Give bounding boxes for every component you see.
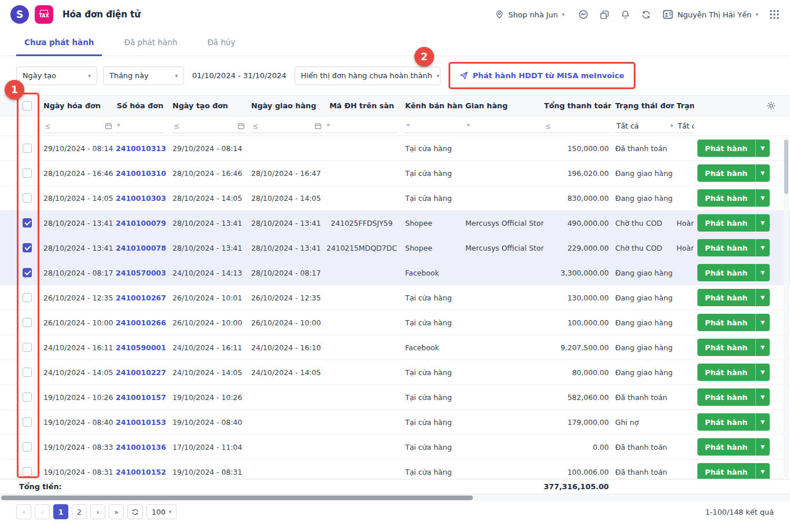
publish-button[interactable]: Phát hành▼: [697, 289, 770, 306]
column-header-total-payment[interactable]: Tổng thanh toán: [544, 101, 611, 110]
column-header-marketplace-code[interactable]: Mã ĐH trên sàn: [323, 101, 400, 110]
publish-button[interactable]: Phát hành▼: [697, 463, 770, 479]
row-checkbox[interactable]: [16, 293, 38, 302]
publish-dropdown-toggle[interactable]: ▼: [755, 364, 770, 381]
gear-icon[interactable]: [766, 101, 776, 111]
publish-button[interactable]: Phát hành▼: [697, 413, 770, 431]
publish-button[interactable]: Phát hành▼: [697, 164, 770, 182]
publish-dropdown-toggle[interactable]: ▼: [755, 463, 770, 479]
publish-dropdown-toggle[interactable]: ▼: [755, 214, 770, 232]
column-header-sales-channel[interactable]: Kênh bán hàng: [400, 101, 463, 110]
calendar-icon[interactable]: [314, 122, 322, 130]
page-last-button[interactable]: »: [109, 504, 124, 519]
invoice-number-link[interactable]: 2410010267: [113, 293, 167, 302]
column-header-invoice-date[interactable]: Ngày hóa đơn: [38, 101, 113, 110]
publish-dropdown-toggle[interactable]: ▼: [755, 438, 770, 456]
invoice-number-link[interactable]: 2410010266: [113, 318, 167, 327]
row-checkbox[interactable]: [16, 343, 38, 352]
page-button-2[interactable]: 2: [72, 504, 87, 519]
filter-input-sales-channel[interactable]: *: [405, 119, 463, 133]
publish-button[interactable]: Phát hành▼: [697, 214, 770, 232]
messenger-icon[interactable]: [578, 9, 589, 20]
invoice-number-link[interactable]: 2410100079: [113, 219, 167, 228]
filter-input-invoice-date[interactable]: ≤: [43, 119, 113, 133]
filter-input-store[interactable]: *: [465, 119, 544, 133]
invoice-number-link[interactable]: 2410010157: [113, 393, 167, 402]
filter-input-order-date[interactable]: ≤: [172, 119, 246, 133]
row-checkbox[interactable]: [16, 243, 38, 252]
publish-button[interactable]: Phát hành▼: [697, 388, 770, 406]
horizontal-scrollbar[interactable]: [0, 494, 790, 501]
select-all-checkbox[interactable]: [16, 101, 38, 111]
completion-filter-dropdown[interactable]: Hiển thị đơn hàng chưa hoàn thành ▾: [295, 67, 440, 85]
column-header-invoice-number[interactable]: Số hóa đơn: [113, 101, 167, 110]
filter-input-order-status[interactable]: Tất cả▾: [615, 119, 674, 133]
publish-button[interactable]: Phát hành▼: [697, 314, 770, 331]
publish-button[interactable]: Phát hành▼: [697, 364, 770, 381]
row-checkbox[interactable]: [16, 168, 38, 178]
vertical-scrollbar[interactable]: [784, 137, 789, 478]
bell-icon[interactable]: [620, 10, 630, 20]
column-header-order-date[interactable]: Ngày tạo đơn: [167, 101, 246, 110]
row-checkbox[interactable]: [16, 318, 38, 327]
row-checkbox[interactable]: [16, 442, 38, 452]
page-next-button[interactable]: ›: [90, 504, 105, 519]
page-size-select[interactable]: 100 ▾: [146, 504, 177, 519]
publish-dropdown-toggle[interactable]: ▼: [755, 388, 770, 406]
filter-input-delivery-date[interactable]: ≤: [251, 119, 323, 133]
publish-dropdown-toggle[interactable]: ▼: [755, 189, 770, 207]
publish-dropdown-toggle[interactable]: ▼: [755, 413, 770, 431]
tab-chua-phat-hanh[interactable]: Chưa phát hành: [23, 29, 95, 56]
horizontal-scrollbar-thumb[interactable]: [1, 496, 473, 500]
calendar-icon[interactable]: [237, 122, 245, 130]
invoice-number-link[interactable]: 2410010136: [113, 443, 167, 452]
publish-button[interactable]: Phát hành▼: [697, 339, 770, 356]
column-header-store[interactable]: Gian hàng: [463, 101, 544, 110]
column-header-delivery-date[interactable]: Ngày giao hàng: [246, 101, 323, 110]
invoice-number-link[interactable]: 2410010152: [113, 468, 167, 476]
row-checkbox[interactable]: [16, 268, 38, 277]
invoice-number-link[interactable]: 2410010313: [113, 144, 167, 153]
shop-selector[interactable]: Shop nhà Jun ▾: [495, 10, 564, 19]
apps-grid-icon[interactable]: [769, 9, 780, 20]
publish-button[interactable]: Phát hành▼: [697, 438, 770, 456]
calendar-icon[interactable]: [105, 122, 112, 130]
sync-icon[interactable]: [641, 10, 651, 20]
filter-input-marketplace-code[interactable]: *: [325, 119, 398, 133]
period-dropdown[interactable]: Tháng này ▾: [103, 67, 184, 85]
browser-tabs-icon[interactable]: [600, 10, 609, 20]
publish-button[interactable]: Phát hành▼: [697, 189, 770, 207]
invoice-number-link[interactable]: 2410570003: [113, 269, 167, 277]
date-range-text[interactable]: 01/10/2024 - 31/10/2024: [190, 71, 289, 80]
page-button-1[interactable]: 1: [53, 504, 68, 519]
publish-dropdown-toggle[interactable]: ▼: [755, 164, 770, 182]
invoice-number-link[interactable]: 2410010153: [113, 418, 167, 427]
publish-dropdown-toggle[interactable]: ▼: [755, 264, 770, 281]
page-first-button[interactable]: «: [16, 504, 31, 519]
invoice-number-link[interactable]: 2410010227: [113, 368, 167, 377]
row-checkbox[interactable]: [16, 144, 38, 153]
row-checkbox[interactable]: [16, 392, 38, 402]
invoice-number-link[interactable]: 2410590001: [113, 343, 167, 352]
date-field-dropdown[interactable]: Ngày tạo ▾: [16, 67, 97, 85]
row-checkbox[interactable]: [16, 417, 38, 427]
row-checkbox[interactable]: [16, 368, 38, 377]
publish-dropdown-toggle[interactable]: ▼: [755, 339, 770, 356]
row-checkbox[interactable]: [16, 467, 38, 476]
filter-input-invoice-number[interactable]: *: [116, 119, 164, 133]
publish-dropdown-toggle[interactable]: ▼: [755, 289, 770, 306]
publish-dropdown-toggle[interactable]: ▼: [755, 140, 770, 157]
tab-da-huy[interactable]: Đã hủy: [206, 29, 236, 56]
user-menu[interactable]: Nguyễn Thị Hải Yến ▾: [662, 9, 758, 20]
misa-publish-button[interactable]: Phát hành HDDT từ MISA meInvoice: [453, 66, 631, 85]
vertical-scrollbar-thumb[interactable]: [784, 140, 788, 194]
publish-button[interactable]: Phát hành▼: [697, 140, 770, 157]
invoice-number-link[interactable]: 2410010310: [113, 169, 167, 178]
publish-dropdown-toggle[interactable]: ▼: [755, 239, 770, 256]
publish-button[interactable]: Phát hành▼: [697, 264, 770, 281]
filter-input-total-payment[interactable]: ≤: [544, 119, 609, 133]
invoice-number-link[interactable]: 2410010303: [113, 194, 167, 203]
row-checkbox[interactable]: [16, 218, 38, 228]
tab-da-phat-hanh[interactable]: Đã phát hành: [123, 29, 178, 56]
page-prev-button[interactable]: ‹: [35, 504, 50, 519]
